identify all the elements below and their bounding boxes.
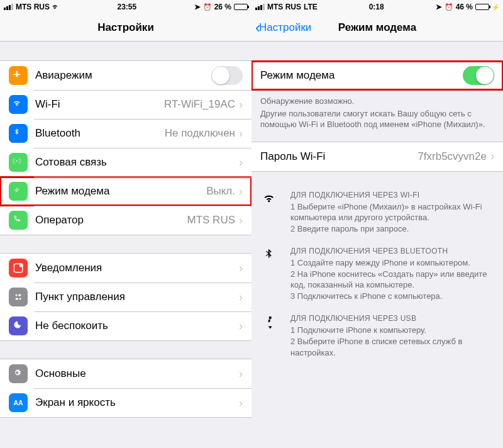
row-label: Основные: [35, 367, 239, 380]
chevron-right-icon: ›: [490, 150, 494, 163]
row-label: Пункт управления: [35, 291, 239, 303]
instruction-bluetooth: ДЛЯ ПОДКЛЮЧЕНИЯ ЧЕРЕЗ BLUETOOTH1 Создайт…: [252, 239, 503, 306]
wifi-icon: [9, 95, 28, 114]
notif-icon: [9, 259, 28, 277]
chevron-right-icon: ›: [239, 396, 243, 410]
settings-row-moon[interactable]: Не беспокоить›: [0, 311, 252, 340]
toggle[interactable]: [211, 66, 243, 85]
row-label: Режим модема: [35, 185, 206, 198]
settings-row-gear[interactable]: Основные›: [0, 359, 252, 388]
clock: 23:55: [60, 3, 194, 11]
moon-icon: [9, 316, 28, 335]
location-icon: ➤: [194, 3, 201, 11]
instruction-line: 2 Введите пароль при запросе.: [290, 223, 494, 235]
settings-row-bluetooth[interactable]: BluetoothНе подключен›: [0, 119, 252, 148]
phone-hotspot-detail: MTS RUS LTE 0:18 ➤ ⏰ 46 % ⚡ ‹ Настройки …: [252, 0, 503, 448]
page-title: Режим модема: [338, 21, 416, 34]
settings-row-cc[interactable]: Пункт управления›: [0, 283, 252, 311]
instruction-usb: ДЛЯ ПОДКЛЮЧЕНИЯ ЧЕРЕЗ USB1 Подключите iP…: [252, 306, 503, 363]
usb-icon: [260, 314, 282, 358]
row-detail: MTS RUS: [187, 214, 236, 227]
carrier-label: MTS RUS: [267, 3, 301, 11]
aa-icon: [9, 393, 28, 412]
settings-row-phone[interactable]: ОператорMTS RUS›: [0, 206, 252, 235]
row-label: Экран и яркость: [35, 396, 239, 409]
hotspot-toggle-label: Режим модема: [260, 69, 463, 82]
row-label: Оператор: [35, 214, 187, 227]
battery-icon: [475, 4, 489, 10]
wifi-password-row[interactable]: Пароль Wi-Fi 7fxrb5cvyvn2e ›: [252, 142, 503, 171]
row-detail: Не подключен: [165, 127, 235, 140]
discovery-description: Другие пользователи смогут искать Вашу о…: [252, 107, 503, 130]
page-title: Настройки: [97, 21, 154, 34]
chevron-right-icon: ›: [239, 367, 243, 381]
settings-group-notifications: Уведомления›Пункт управления›Не беспокои…: [0, 253, 252, 341]
hotspot-toggle[interactable]: [463, 66, 494, 85]
signal-icon: [255, 4, 265, 10]
row-label: Сотовая связь: [35, 156, 235, 169]
settings-row-antenna[interactable]: Сотовая связь›: [0, 148, 252, 177]
carrier-label: MTS RUS: [16, 3, 50, 11]
alarm-icon: ⏰: [203, 3, 212, 11]
network-type: LTE: [304, 3, 318, 11]
nav-bar: Настройки: [0, 14, 252, 42]
phone-icon: [9, 211, 28, 230]
status-bar: MTS RUS ᯤ 23:55 ➤ ⏰ 26 %: [0, 0, 252, 14]
hotspot-toggle-row[interactable]: Режим модема: [252, 61, 503, 90]
wifi-password-value: 7fxrb5cvyvn2e: [417, 150, 487, 163]
battery-pct: 26 %: [214, 3, 231, 11]
wifi-password-group: Пароль Wi-Fi 7fxrb5cvyvn2e ›: [252, 142, 503, 172]
instruction-line: 1 Выберите «iPhone (Михаил)» в настройка…: [290, 201, 494, 223]
instruction-wifi: ДЛЯ ПОДКЛЮЧЕНИЯ ЧЕРЕЗ WI-FI1 Выберите «i…: [252, 183, 503, 240]
instruction-line: 2 На iPhone коснитесь «Создать пару» или…: [290, 269, 494, 291]
clock: 0:18: [318, 3, 436, 11]
gear-icon: [9, 364, 28, 383]
signal-icon: [4, 4, 13, 10]
instruction-heading: ДЛЯ ПОДКЛЮЧЕНИЯ ЧЕРЕЗ WI-FI: [290, 191, 494, 199]
phone-settings-list: MTS RUS ᯤ 23:55 ➤ ⏰ 26 % Настройки Авиар…: [0, 0, 252, 448]
settings-group-network: АвиарежимWi-FiRT-WiFi_19AC›BluetoothНе п…: [0, 60, 252, 235]
wifi-password-label: Пароль Wi-Fi: [260, 150, 417, 163]
settings-row-link[interactable]: Режим модемаВыкл.›: [0, 177, 252, 206]
discovery-status: Обнаружение возможно.: [252, 91, 503, 107]
settings-row-notif[interactable]: Уведомления›: [0, 254, 252, 283]
back-label: Настройки: [259, 21, 311, 34]
bluetooth-icon: [9, 124, 28, 143]
battery-icon: [234, 4, 248, 10]
link-icon: [9, 182, 28, 201]
wifi-status-icon: ᯤ: [52, 3, 60, 11]
charging-icon: ⚡: [492, 4, 499, 11]
row-label: Не беспокоить: [35, 320, 239, 332]
antenna-icon: [9, 153, 28, 172]
chevron-right-icon: ›: [239, 214, 243, 227]
row-detail: Выкл.: [206, 185, 235, 198]
back-button[interactable]: ‹ Настройки: [255, 20, 311, 35]
row-label: Bluetooth: [35, 127, 165, 140]
bluetooth-icon: [260, 247, 282, 301]
airplane-icon: [9, 66, 28, 85]
chevron-right-icon: ›: [239, 291, 243, 304]
row-label: Авиарежим: [35, 69, 211, 82]
nav-bar: ‹ Настройки Режим модема: [252, 14, 503, 42]
settings-row-airplane[interactable]: Авиарежим: [0, 61, 252, 90]
row-detail: RT-WiFi_19AC: [164, 98, 235, 111]
instructions-group: ДЛЯ ПОДКЛЮЧЕНИЯ ЧЕРЕЗ WI-FI1 Выберите «i…: [252, 183, 503, 363]
battery-pct: 46 %: [456, 3, 473, 11]
chevron-right-icon: ›: [239, 262, 243, 275]
alarm-icon: ⏰: [445, 3, 453, 11]
settings-row-wifi[interactable]: Wi-FiRT-WiFi_19AC›: [0, 90, 252, 119]
instruction-line: 2 Выберите iPhone в списке сетевых служб…: [290, 336, 494, 358]
chevron-right-icon: ›: [239, 156, 243, 169]
instruction-line: 1 Создайте пару между iPhone и компьютер…: [290, 257, 494, 269]
wifi-icon: [260, 191, 282, 235]
chevron-right-icon: ›: [239, 127, 243, 140]
instruction-line: 1 Подключите iPhone к компьютеру.: [290, 325, 494, 336]
instruction-heading: ДЛЯ ПОДКЛЮЧЕНИЯ ЧЕРЕЗ USB: [290, 314, 494, 323]
chevron-right-icon: ›: [239, 98, 243, 111]
settings-row-aa[interactable]: Экран и яркость›: [0, 388, 252, 417]
row-label: Уведомления: [35, 262, 239, 274]
chevron-right-icon: ›: [239, 320, 243, 333]
instruction-heading: ДЛЯ ПОДКЛЮЧЕНИЯ ЧЕРЕЗ BLUETOOTH: [290, 247, 494, 255]
hotspot-switch-group: Режим модема: [252, 60, 503, 91]
status-bar: MTS RUS LTE 0:18 ➤ ⏰ 46 % ⚡: [252, 0, 503, 14]
